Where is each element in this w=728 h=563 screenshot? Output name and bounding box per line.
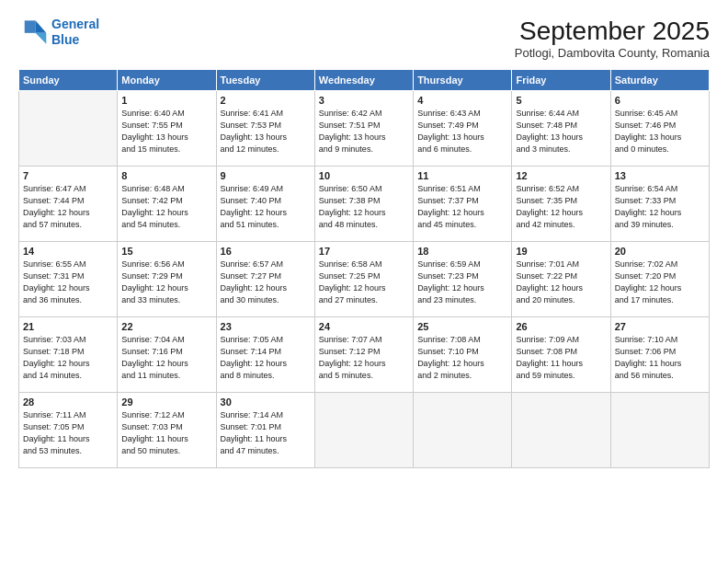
weekday-header-tuesday: Tuesday — [216, 70, 314, 91]
cell-info: Sunrise: 7:10 AM Sunset: 7:06 PM Dayligh… — [615, 334, 705, 382]
cell-info: Sunrise: 7:04 AM Sunset: 7:16 PM Dayligh… — [121, 334, 211, 382]
calendar-cell — [314, 393, 413, 468]
cell-info: Sunrise: 6:52 AM Sunset: 7:35 PM Dayligh… — [516, 183, 606, 231]
day-number: 5 — [516, 95, 606, 106]
calendar-cell: 27Sunrise: 7:10 AM Sunset: 7:06 PM Dayli… — [610, 317, 709, 393]
cell-info: Sunrise: 6:45 AM Sunset: 7:46 PM Dayligh… — [615, 108, 705, 155]
calendar-cell: 10Sunrise: 6:50 AM Sunset: 7:38 PM Dayli… — [314, 167, 413, 242]
calendar-cell: 8Sunrise: 6:48 AM Sunset: 7:42 PM Daylig… — [118, 167, 216, 242]
calendar-cell: 25Sunrise: 7:08 AM Sunset: 7:10 PM Dayli… — [414, 317, 512, 393]
calendar-cell: 22Sunrise: 7:04 AM Sunset: 7:16 PM Dayli… — [118, 317, 216, 393]
cell-info: Sunrise: 7:12 AM Sunset: 7:03 PM Dayligh… — [121, 409, 211, 457]
cell-info: Sunrise: 6:59 AM Sunset: 7:23 PM Dayligh… — [417, 259, 507, 306]
day-number: 19 — [516, 246, 606, 257]
cell-info: Sunrise: 6:56 AM Sunset: 7:29 PM Dayligh… — [121, 259, 211, 306]
cell-info: Sunrise: 7:02 AM Sunset: 7:20 PM Dayligh… — [615, 259, 705, 306]
day-number: 24 — [319, 321, 409, 332]
day-number: 9 — [221, 170, 311, 181]
cell-info: Sunrise: 6:49 AM Sunset: 7:40 PM Dayligh… — [221, 183, 311, 231]
weekday-header-wednesday: Wednesday — [314, 70, 413, 91]
day-number: 18 — [417, 246, 507, 257]
calendar-cell: 1Sunrise: 6:40 AM Sunset: 7:55 PM Daylig… — [118, 91, 216, 167]
day-number: 12 — [516, 170, 606, 181]
calendar-cell — [19, 91, 118, 167]
week-row-1: 1Sunrise: 6:40 AM Sunset: 7:55 PM Daylig… — [19, 91, 710, 167]
calendar-cell: 21Sunrise: 7:03 AM Sunset: 7:18 PM Dayli… — [19, 317, 118, 393]
title-block: September 2025 Potlogi, Dambovita County… — [515, 17, 710, 60]
cell-info: Sunrise: 6:58 AM Sunset: 7:25 PM Dayligh… — [319, 259, 409, 306]
cell-info: Sunrise: 6:40 AM Sunset: 7:55 PM Dayligh… — [121, 108, 211, 155]
calendar-cell: 12Sunrise: 6:52 AM Sunset: 7:35 PM Dayli… — [512, 167, 610, 242]
week-row-4: 21Sunrise: 7:03 AM Sunset: 7:18 PM Dayli… — [19, 317, 710, 393]
day-number: 28 — [23, 396, 113, 408]
cell-info: Sunrise: 7:11 AM Sunset: 7:05 PM Dayligh… — [23, 409, 113, 457]
svg-marker-0 — [36, 20, 47, 32]
calendar-cell: 30Sunrise: 7:14 AM Sunset: 7:01 PM Dayli… — [216, 393, 314, 468]
week-row-3: 14Sunrise: 6:55 AM Sunset: 7:31 PM Dayli… — [19, 242, 710, 317]
cell-info: Sunrise: 7:14 AM Sunset: 7:01 PM Dayligh… — [221, 409, 311, 457]
calendar-cell: 5Sunrise: 6:44 AM Sunset: 7:48 PM Daylig… — [512, 91, 610, 167]
cell-info: Sunrise: 6:41 AM Sunset: 7:53 PM Dayligh… — [221, 108, 311, 155]
cell-info: Sunrise: 6:51 AM Sunset: 7:37 PM Dayligh… — [417, 183, 507, 231]
day-number: 23 — [221, 321, 311, 332]
cell-info: Sunrise: 6:54 AM Sunset: 7:33 PM Dayligh… — [615, 183, 705, 231]
calendar-cell: 20Sunrise: 7:02 AM Sunset: 7:20 PM Dayli… — [610, 242, 709, 317]
calendar-cell: 29Sunrise: 7:12 AM Sunset: 7:03 PM Dayli… — [118, 393, 216, 468]
cell-info: Sunrise: 7:08 AM Sunset: 7:10 PM Dayligh… — [417, 334, 507, 382]
calendar-cell: 16Sunrise: 6:57 AM Sunset: 7:27 PM Dayli… — [216, 242, 314, 317]
cell-info: Sunrise: 7:01 AM Sunset: 7:22 PM Dayligh… — [516, 259, 606, 306]
cell-info: Sunrise: 6:47 AM Sunset: 7:44 PM Dayligh… — [23, 183, 113, 231]
weekday-header-thursday: Thursday — [414, 70, 512, 91]
day-number: 6 — [615, 95, 705, 106]
day-number: 13 — [615, 170, 705, 181]
calendar-cell: 17Sunrise: 6:58 AM Sunset: 7:25 PM Dayli… — [314, 242, 413, 317]
calendar-cell: 24Sunrise: 7:07 AM Sunset: 7:12 PM Dayli… — [314, 317, 413, 393]
svg-marker-1 — [36, 33, 47, 44]
day-number: 7 — [23, 170, 113, 181]
calendar-cell — [414, 393, 512, 468]
calendar-cell: 13Sunrise: 6:54 AM Sunset: 7:33 PM Dayli… — [610, 167, 709, 242]
logo: General Blue — [18, 17, 99, 48]
day-number: 27 — [615, 321, 705, 332]
calendar-cell: 23Sunrise: 7:05 AM Sunset: 7:14 PM Dayli… — [216, 317, 314, 393]
day-number: 25 — [417, 321, 507, 332]
calendar-cell: 19Sunrise: 7:01 AM Sunset: 7:22 PM Dayli… — [512, 242, 610, 317]
day-number: 30 — [221, 396, 311, 408]
svg-marker-2 — [25, 20, 36, 32]
weekday-header-row: SundayMondayTuesdayWednesdayThursdayFrid… — [19, 70, 710, 91]
week-row-5: 28Sunrise: 7:11 AM Sunset: 7:05 PM Dayli… — [19, 393, 710, 468]
calendar-cell: 28Sunrise: 7:11 AM Sunset: 7:05 PM Dayli… — [19, 393, 118, 468]
cell-info: Sunrise: 7:05 AM Sunset: 7:14 PM Dayligh… — [221, 334, 311, 382]
day-number: 4 — [417, 95, 507, 106]
calendar-cell — [512, 393, 610, 468]
logo-icon — [18, 17, 48, 47]
calendar-cell: 26Sunrise: 7:09 AM Sunset: 7:08 PM Dayli… — [512, 317, 610, 393]
cell-info: Sunrise: 6:57 AM Sunset: 7:27 PM Dayligh… — [221, 259, 311, 306]
calendar: SundayMondayTuesdayWednesdayThursdayFrid… — [18, 69, 710, 468]
location: Potlogi, Dambovita County, Romania — [515, 46, 710, 60]
cell-info: Sunrise: 6:42 AM Sunset: 7:51 PM Dayligh… — [319, 108, 409, 155]
day-number: 21 — [23, 321, 113, 332]
day-number: 22 — [121, 321, 211, 332]
calendar-cell: 2Sunrise: 6:41 AM Sunset: 7:53 PM Daylig… — [216, 91, 314, 167]
day-number: 14 — [23, 246, 113, 257]
day-number: 26 — [516, 321, 606, 332]
day-number: 3 — [319, 95, 409, 106]
day-number: 11 — [417, 170, 507, 181]
cell-info: Sunrise: 7:07 AM Sunset: 7:12 PM Dayligh… — [319, 334, 409, 382]
day-number: 20 — [615, 246, 705, 257]
day-number: 2 — [221, 95, 311, 106]
calendar-cell: 4Sunrise: 6:43 AM Sunset: 7:49 PM Daylig… — [414, 91, 512, 167]
day-number: 10 — [319, 170, 409, 181]
calendar-cell: 7Sunrise: 6:47 AM Sunset: 7:44 PM Daylig… — [19, 167, 118, 242]
day-number: 16 — [221, 246, 311, 257]
weekday-header-friday: Friday — [512, 70, 610, 91]
calendar-cell: 3Sunrise: 6:42 AM Sunset: 7:51 PM Daylig… — [314, 91, 413, 167]
day-number: 17 — [319, 246, 409, 257]
cell-info: Sunrise: 6:55 AM Sunset: 7:31 PM Dayligh… — [23, 259, 113, 306]
header: General Blue September 2025 Potlogi, Dam… — [18, 17, 710, 60]
calendar-cell: 11Sunrise: 6:51 AM Sunset: 7:37 PM Dayli… — [414, 167, 512, 242]
logo-text: General Blue — [51, 17, 99, 48]
weekday-header-sunday: Sunday — [19, 70, 118, 91]
cell-info: Sunrise: 6:43 AM Sunset: 7:49 PM Dayligh… — [417, 108, 507, 155]
